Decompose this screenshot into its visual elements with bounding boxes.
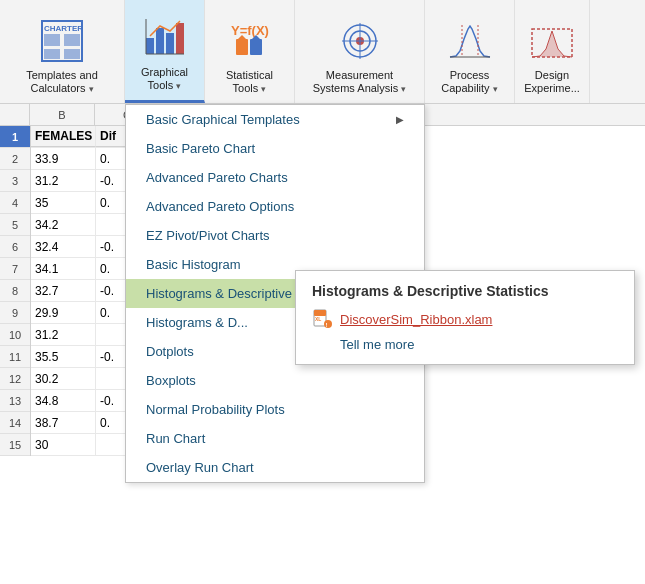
row-num-header xyxy=(0,104,30,125)
row-num-3: 3 xyxy=(0,170,30,192)
tooltip-filename[interactable]: DiscoverSim_Ribbon.xlam xyxy=(340,312,492,327)
row-num-9: 9 xyxy=(0,302,30,324)
svg-rect-6 xyxy=(146,38,154,54)
msa-icon xyxy=(336,17,384,65)
svg-text:XL: XL xyxy=(315,316,321,322)
cell-b13: 34.8 xyxy=(31,390,96,411)
cell-b3: 31.2 xyxy=(31,170,96,191)
cell-b14: 38.7 xyxy=(31,412,96,433)
svg-rect-5 xyxy=(64,49,80,59)
basic-graphical-arrow: ▶ xyxy=(396,114,404,125)
templates-arrow: ▾ xyxy=(89,84,94,94)
row-num-15: 15 xyxy=(0,434,30,456)
cell-b8: 32.7 xyxy=(31,280,96,301)
statistical-label: Statistical Tools ▾ xyxy=(226,69,273,95)
row-num-13: 13 xyxy=(0,390,30,412)
row-num-4: 4 xyxy=(0,192,30,214)
row-num-14: 14 xyxy=(0,412,30,434)
svg-rect-4 xyxy=(44,49,60,59)
svg-text:CHARTER: CHARTER xyxy=(44,24,83,33)
cell-b4: 35 xyxy=(31,192,96,213)
cell-b12: 30.2 xyxy=(31,368,96,389)
cell-b9: 29.9 xyxy=(31,302,96,323)
msa-button[interactable]: Measurement Systems Analysis ▾ xyxy=(295,0,425,103)
design-experiments-label: Design Experime... xyxy=(524,69,580,95)
basic-graphical-label: Basic Graphical Templates xyxy=(146,112,300,127)
graphical-icon xyxy=(141,14,189,62)
row-num-10: 10 xyxy=(0,324,30,346)
dropdown-item-ez-pivot[interactable]: EZ Pivot/Pivot Charts xyxy=(126,221,424,250)
svg-rect-13 xyxy=(236,39,248,55)
graphical-label: Graphical Tools ▾ xyxy=(141,66,188,92)
templates-label: Templates and Calculators ▾ xyxy=(26,69,98,95)
svg-rect-7 xyxy=(156,28,164,54)
cell-b11: 35.5 xyxy=(31,346,96,367)
templates-icon: CHARTER xyxy=(38,17,86,65)
row-num-7: 7 xyxy=(0,258,30,280)
row-num-2: 2 xyxy=(0,148,30,170)
dropdown-item-overlay-run-chart[interactable]: Overlay Run Chart xyxy=(126,453,424,482)
row-num-6: 6 xyxy=(0,236,30,258)
dropdown-item-basic-pareto[interactable]: Basic Pareto Chart xyxy=(126,134,424,163)
row-num-8: 8 xyxy=(0,280,30,302)
tooltip-title: Histograms & Descriptive Statistics xyxy=(312,283,618,299)
design-experiments-icon xyxy=(528,17,576,65)
process-capability-icon xyxy=(446,17,494,65)
dropdown-item-run-chart[interactable]: Run Chart xyxy=(126,424,424,453)
females-header: FEMALES xyxy=(31,126,96,147)
dropdown-item-advanced-pareto-options[interactable]: Advanced Pareto Options xyxy=(126,192,424,221)
svg-text:!: ! xyxy=(326,322,328,328)
design-experiments-button[interactable]: Design Experime... xyxy=(515,0,590,103)
tooltip-tell-more[interactable]: Tell me more xyxy=(340,337,618,352)
row-num-12: 12 xyxy=(0,368,30,390)
row-num-5: 5 xyxy=(0,214,30,236)
svg-text:Y=f(X): Y=f(X) xyxy=(231,23,269,38)
cell-b6: 32.4 xyxy=(31,236,96,257)
tooltip-file-row: XL ! DiscoverSim_Ribbon.xlam xyxy=(312,309,618,329)
dropdown-item-boxplots[interactable]: Boxplots xyxy=(126,366,424,395)
svg-rect-2 xyxy=(44,34,60,46)
tooltip-popup: Histograms & Descriptive Statistics XL !… xyxy=(295,270,635,365)
cell-b15: 30 xyxy=(31,434,96,455)
svg-rect-8 xyxy=(166,33,174,54)
process-capability-label: Process Capability ▾ xyxy=(441,69,497,95)
svg-rect-3 xyxy=(64,34,80,46)
col-b-header: B xyxy=(30,104,95,125)
row-num-11: 11 xyxy=(0,346,30,368)
svg-rect-14 xyxy=(250,39,262,55)
process-capability-button[interactable]: Process Capability ▾ xyxy=(425,0,515,103)
msa-label: Measurement Systems Analysis ▾ xyxy=(313,69,407,95)
row-numbers: 1 2 3 4 5 6 7 8 9 10 11 12 13 14 15 xyxy=(0,126,31,456)
row-header-1: 1 xyxy=(0,126,30,148)
cell-b5: 34.2 xyxy=(31,214,96,235)
dropdown-item-normal-prob[interactable]: Normal Probability Plots xyxy=(126,395,424,424)
dropdown-item-basic-graphical[interactable]: Basic Graphical Templates ▶ xyxy=(126,105,424,134)
xlam-file-icon: XL ! xyxy=(312,309,332,329)
statistical-icon: Y=f(X) xyxy=(226,17,274,65)
svg-rect-9 xyxy=(176,23,184,54)
cell-b7: 34.1 xyxy=(31,258,96,279)
statistical-tools-button[interactable]: Y=f(X) Statistical Tools ▾ xyxy=(205,0,295,103)
graphical-tools-button[interactable]: Graphical Tools ▾ xyxy=(125,0,205,103)
cell-b2: 33.9 xyxy=(31,148,96,169)
ribbon: CHARTER Templates and Calculators ▾ xyxy=(0,0,645,104)
cell-b10: 31.2 xyxy=(31,324,96,345)
dropdown-item-advanced-pareto[interactable]: Advanced Pareto Charts xyxy=(126,163,424,192)
templates-calculators-button[interactable]: CHARTER Templates and Calculators ▾ xyxy=(0,0,125,103)
